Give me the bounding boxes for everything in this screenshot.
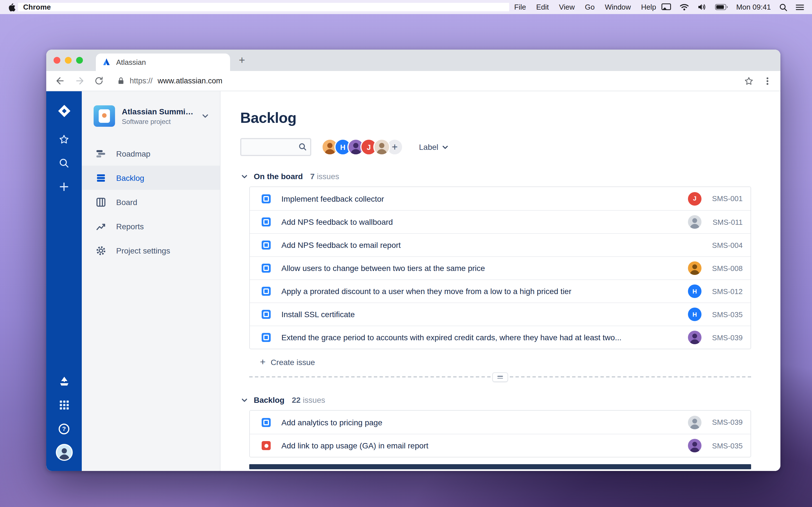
issue-row[interactable]: Add analytics to pricing page SMS-039 bbox=[250, 411, 751, 434]
assignee-avatar[interactable]: J bbox=[688, 192, 702, 205]
settings-gear-icon bbox=[95, 245, 107, 256]
new-tab-button[interactable]: + bbox=[235, 53, 249, 68]
zoom-window-button[interactable] bbox=[76, 57, 83, 64]
browser-tab[interactable]: Atlassian bbox=[96, 54, 230, 71]
apple-logo-icon[interactable] bbox=[8, 3, 16, 11]
menu-item-help[interactable]: Help bbox=[636, 3, 661, 11]
sidebar-item-reports[interactable]: Reports bbox=[82, 214, 220, 238]
menu-item-go[interactable]: Go bbox=[580, 3, 600, 11]
control-center-icon[interactable] bbox=[796, 4, 804, 10]
reports-icon bbox=[95, 221, 107, 232]
help-icon[interactable]: ? bbox=[53, 417, 75, 441]
atlassian-favicon bbox=[103, 58, 111, 66]
battery-icon[interactable] bbox=[715, 4, 728, 10]
create-issue-button[interactable]: + Create issue bbox=[249, 353, 751, 372]
project-avatar bbox=[94, 105, 115, 127]
assignee-avatar[interactable]: H bbox=[688, 284, 702, 298]
bug-icon bbox=[262, 441, 271, 450]
menu-bar-clock[interactable]: Mon 09:41 bbox=[736, 3, 771, 11]
issue-title: Apply a prorated discount to a user when… bbox=[282, 287, 571, 296]
close-window-button[interactable] bbox=[54, 57, 60, 64]
menu-item-edit[interactable]: Edit bbox=[531, 3, 554, 11]
roadmap-icon bbox=[95, 148, 107, 159]
issue-title: Extend the grace period to accounts with… bbox=[282, 333, 621, 342]
sidebar-item-project-settings[interactable]: Project settings bbox=[82, 238, 220, 263]
project-sidebar: Atlassian Summit... Software project Roa… bbox=[82, 91, 220, 471]
page-title: Backlog bbox=[240, 109, 751, 127]
app-switcher-icon[interactable] bbox=[53, 393, 75, 417]
spotlight-icon[interactable] bbox=[779, 3, 787, 11]
issue-key: SMS-001 bbox=[709, 194, 743, 203]
issue-row[interactable]: Implement feedback collector J SMS-001 bbox=[250, 187, 751, 210]
issue-title: Implement feedback collector bbox=[282, 194, 384, 203]
address-bar[interactable]: https:// www.atlassian.com bbox=[117, 76, 222, 85]
issue-key: SMS-012 bbox=[709, 287, 743, 295]
sidebar-item-board[interactable]: Board bbox=[82, 190, 220, 214]
jira-logo[interactable] bbox=[53, 99, 75, 123]
starred-icon[interactable] bbox=[53, 127, 75, 151]
story-icon bbox=[262, 194, 271, 203]
assignee-filter-avatars: H J + bbox=[321, 138, 403, 156]
story-icon bbox=[262, 418, 271, 427]
collapse-chevron-icon[interactable] bbox=[240, 396, 249, 404]
section-title[interactable]: Backlog bbox=[254, 395, 285, 404]
url-scheme: https:// bbox=[130, 76, 153, 85]
issue-row[interactable]: Install SSL certificate H SMS-035 bbox=[250, 302, 751, 326]
volume-icon[interactable] bbox=[697, 3, 706, 11]
create-icon[interactable] bbox=[53, 175, 75, 198]
sidebar-item-label: Roadmap bbox=[116, 149, 150, 158]
issue-row[interactable]: Allow users to change between two tiers … bbox=[250, 256, 751, 279]
issue-row[interactable]: Apply a prorated discount to a user when… bbox=[250, 279, 751, 302]
browser-toolbar: https:// www.atlassian.com bbox=[46, 71, 780, 91]
issue-key: SMS-039 bbox=[709, 418, 743, 427]
issue-title: Add NPS feedback to email report bbox=[282, 240, 401, 249]
partially-visible-issue-row[interactable] bbox=[249, 464, 751, 469]
menu-item-window[interactable]: Window bbox=[600, 3, 636, 11]
sidebar-item-label: Backlog bbox=[116, 173, 144, 182]
search-icon[interactable] bbox=[53, 151, 75, 175]
issue-row[interactable]: Add NPS feedback to email report SMS-004 bbox=[250, 233, 751, 256]
project-switcher[interactable]: Atlassian Summit... Software project bbox=[82, 105, 220, 127]
ship-icon[interactable] bbox=[53, 370, 75, 393]
back-button[interactable] bbox=[55, 75, 65, 86]
issue-title: Install SSL certificate bbox=[282, 310, 355, 319]
issue-key: SMS-039 bbox=[709, 333, 743, 342]
issue-count: 22 bbox=[292, 395, 301, 404]
browser-window: Atlassian + https:// www.atlassian.com bbox=[46, 50, 780, 471]
issue-row[interactable]: Add link to app usage (GA) in email repo… bbox=[250, 434, 751, 457]
assignee-avatar[interactable] bbox=[688, 215, 702, 229]
sidebar-item-roadmap[interactable]: Roadmap bbox=[82, 142, 220, 166]
sidebar-item-backlog[interactable]: Backlog bbox=[82, 166, 220, 190]
assignee-avatar[interactable]: H bbox=[688, 307, 702, 321]
issue-key: SMS-008 bbox=[709, 264, 743, 272]
reload-button[interactable] bbox=[94, 76, 104, 86]
issue-row[interactable]: Add NPS feedback to wallboard SMS-011 bbox=[250, 210, 751, 233]
collapse-chevron-icon[interactable] bbox=[240, 172, 249, 180]
user-avatar[interactable] bbox=[373, 138, 390, 156]
bookmark-star-icon[interactable] bbox=[744, 76, 754, 86]
assignee-avatar[interactable] bbox=[688, 415, 702, 429]
issue-list-backlog: Add analytics to pricing page SMS-039 Ad… bbox=[249, 410, 751, 457]
section-title[interactable]: On the board bbox=[254, 172, 303, 181]
macos-menu-bar: Chrome File Edit View Go Window Help Mon… bbox=[0, 0, 812, 14]
forward-button[interactable] bbox=[74, 75, 85, 86]
chevron-down-icon bbox=[441, 143, 450, 151]
backlog-icon bbox=[95, 172, 107, 183]
screen-mirroring-icon[interactable] bbox=[661, 3, 671, 11]
sidebar-item-label: Reports bbox=[116, 222, 144, 231]
section-header-backlog: Backlog 22 issues bbox=[240, 395, 751, 404]
profile-avatar[interactable] bbox=[53, 441, 75, 464]
drag-handle[interactable] bbox=[493, 373, 507, 381]
menu-item-view[interactable]: View bbox=[554, 3, 580, 11]
assignee-avatar[interactable] bbox=[688, 439, 702, 452]
menu-item-chrome[interactable]: Chrome bbox=[18, 3, 509, 11]
assignee-avatar[interactable] bbox=[688, 262, 702, 275]
browser-menu-icon[interactable] bbox=[763, 76, 772, 86]
chevron-down-icon[interactable] bbox=[201, 112, 210, 121]
minimize-window-button[interactable] bbox=[65, 57, 71, 64]
assignee-avatar[interactable] bbox=[688, 331, 702, 344]
issue-row[interactable]: Extend the grace period to accounts with… bbox=[250, 326, 751, 349]
menu-item-file[interactable]: File bbox=[509, 3, 531, 11]
wifi-icon[interactable] bbox=[679, 3, 689, 11]
label-filter-dropdown[interactable]: Label bbox=[419, 143, 450, 152]
